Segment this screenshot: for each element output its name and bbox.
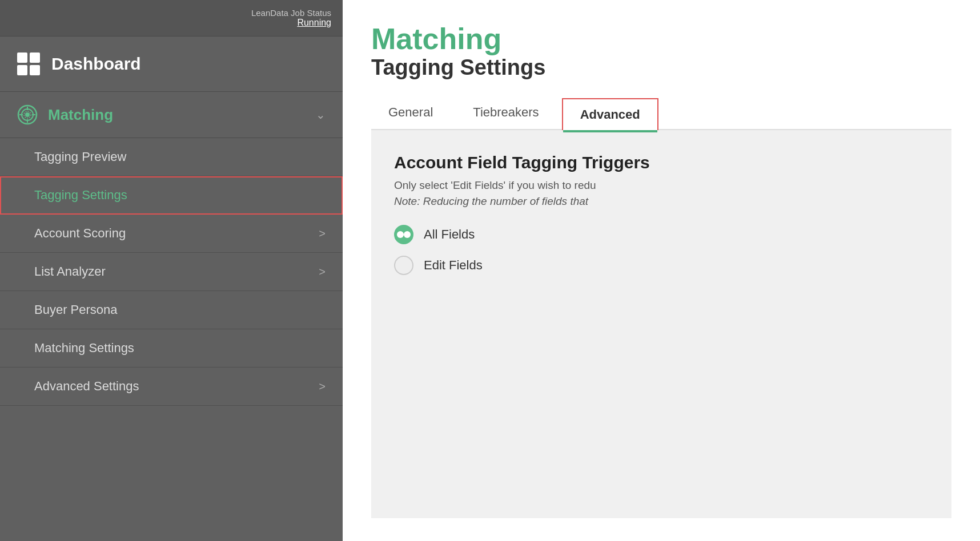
nav-item-label: Matching Settings [34,341,134,356]
arrow-right-icon: > [319,380,326,393]
dashboard-nav-item[interactable]: Dashboard [0,37,343,92]
nav-item-label: Buyer Persona [34,302,118,317]
sidebar-item-buyer-persona[interactable]: Buyer Persona [0,291,343,329]
tab-tiebreakers[interactable]: Tiebreakers [456,97,556,129]
main-content: Matching Tagging Settings General Tiebre… [343,0,980,541]
nav-item-label: Tagging Preview [34,150,126,164]
sidebar-item-advanced-settings[interactable]: Advanced Settings > [0,368,343,406]
sidebar-item-matching-settings[interactable]: Matching Settings [0,329,343,368]
tabs-container: General Tiebreakers Advanced [371,97,951,130]
sidebar-item-list-analyzer[interactable]: List Analyzer > [0,253,343,291]
sidebar-item-tagging-settings[interactable]: Tagging Settings [0,176,343,215]
job-status-bar: LeanData Job Status Running [0,0,343,37]
tab-general[interactable]: General [371,97,450,129]
matching-icon [17,104,38,125]
sidebar-item-tagging-preview[interactable]: Tagging Preview [0,138,343,176]
section-title: Account Field Tagging Triggers [394,153,929,172]
svg-point-2 [25,112,30,117]
page-title: Matching [371,23,951,55]
nav-item-label: Account Scoring [34,226,126,241]
nav-item-label: Tagging Settings [34,188,127,203]
sidebar-item-account-scoring[interactable]: Account Scoring > [0,215,343,253]
dashboard-label: Dashboard [51,54,141,74]
job-status-label: LeanData Job Status [251,8,331,18]
radio-label-all-fields: All Fields [424,227,475,242]
radio-circle-edit-fields [394,256,413,275]
section-description: Only select 'Edit Fields' if you wish to… [394,179,929,192]
section-note: Note: Reducing the number of fields that [394,195,929,208]
nav-item-label: Advanced Settings [34,379,139,394]
radio-item-edit-fields[interactable]: Edit Fields [394,256,929,275]
dashboard-icon [17,53,40,75]
matching-nav-header[interactable]: Matching ⌄ [0,92,343,138]
job-status-value[interactable]: Running [11,18,331,28]
radio-circle-all-fields [394,225,413,244]
sidebar: LeanData Job Status Running Dashboard Ma… [0,0,343,541]
tab-advanced[interactable]: Advanced [562,98,658,130]
content-section: Account Field Tagging Triggers Only sele… [371,130,951,518]
radio-group-fields: All Fields Edit Fields [394,225,929,275]
matching-subnav: Tagging Preview Tagging Settings Account… [0,138,343,406]
radio-label-edit-fields: Edit Fields [424,258,483,273]
chevron-down-icon: ⌄ [316,108,326,122]
page-subtitle: Tagging Settings [371,55,951,80]
nav-item-label: List Analyzer [34,264,106,279]
matching-label: Matching [48,106,316,124]
arrow-right-icon: > [319,265,326,278]
arrow-right-icon: > [319,227,326,240]
radio-item-all-fields[interactable]: All Fields [394,225,929,244]
